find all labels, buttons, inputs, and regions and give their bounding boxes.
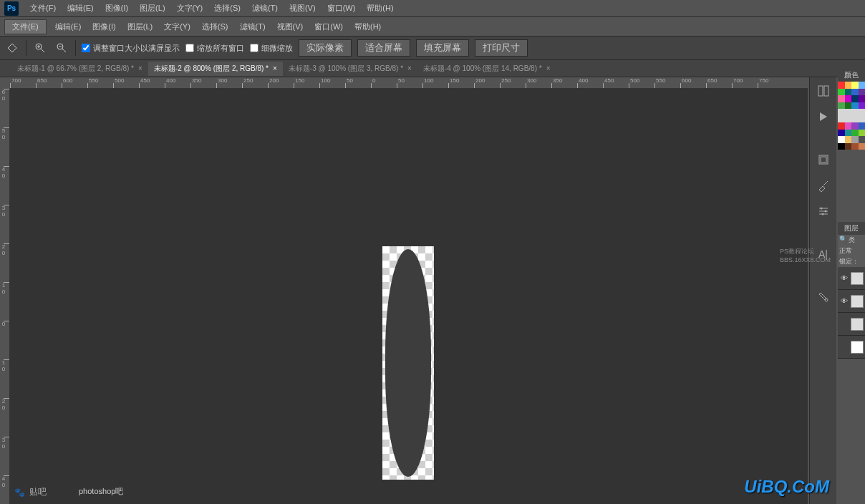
color-swatch[interactable] <box>851 122 859 130</box>
layers-blend-mode[interactable]: 正常 <box>838 246 865 256</box>
color-swatch[interactable] <box>838 89 845 96</box>
menu-file[interactable]: 文件(F) <box>24 3 62 14</box>
print-size-button[interactable]: 打印尺寸 <box>475 39 528 57</box>
menu-image[interactable]: 图像(I) <box>100 3 134 14</box>
menu-edit[interactable]: 编辑(E) <box>62 3 100 14</box>
color-swatch[interactable] <box>859 82 866 89</box>
history-panel-icon[interactable] <box>814 83 833 99</box>
close-icon[interactable]: × <box>273 64 277 72</box>
menu2-view[interactable]: 视图(V) <box>271 21 309 32</box>
menu-window[interactable]: 窗口(W) <box>322 3 362 14</box>
close-icon[interactable]: × <box>138 64 142 72</box>
menu2-select[interactable]: 选择(S) <box>196 21 234 32</box>
color-swatch[interactable] <box>851 82 859 89</box>
ruler-vertical[interactable]: 6 05 04 03 02 01 001 02 03 04 05 06 07 0… <box>0 89 10 504</box>
color-swatch[interactable] <box>838 95 845 102</box>
menu2-filter[interactable]: 滤镜(T) <box>234 21 271 32</box>
color-swatch[interactable] <box>838 122 845 130</box>
close-icon[interactable]: × <box>407 64 412 72</box>
close-icon[interactable]: × <box>546 64 551 72</box>
color-swatch[interactable] <box>838 143 845 150</box>
layer-thumbnail[interactable] <box>851 318 864 331</box>
menu-view[interactable]: 视图(V) <box>284 3 322 14</box>
color-swatch[interactable] <box>845 102 852 110</box>
layers-filter-row[interactable]: 🔍 类 <box>838 235 865 246</box>
color-swatch[interactable] <box>845 82 852 89</box>
layer-row[interactable] <box>838 336 865 359</box>
color-swatch[interactable] <box>838 136 845 143</box>
actual-pixels-button[interactable]: 实际像素 <box>299 39 352 57</box>
color-swatch[interactable] <box>845 130 852 137</box>
menu2-type[interactable]: 文字(Y) <box>158 21 196 32</box>
color-swatch[interactable] <box>859 136 866 143</box>
color-swatch[interactable] <box>859 95 866 102</box>
layer-thumbnail[interactable] <box>851 295 864 308</box>
menu-filter[interactable]: 滤镜(T) <box>246 3 284 14</box>
color-swatch[interactable] <box>838 130 845 137</box>
swatches-grid[interactable] <box>838 82 865 150</box>
color-swatch[interactable] <box>859 122 866 130</box>
color-swatch[interactable] <box>859 143 866 150</box>
color-swatch[interactable] <box>845 122 852 130</box>
brush-panel-icon[interactable] <box>814 178 833 193</box>
color-swatch[interactable] <box>851 143 859 150</box>
menu2-file[interactable]: 文件(E) <box>4 19 47 34</box>
color-swatch[interactable] <box>838 116 845 123</box>
canvas-area[interactable] <box>10 89 808 504</box>
adjustments-panel-icon[interactable] <box>814 203 833 219</box>
doc-tab-1[interactable]: 未标题-1 @ 66.7% (图层 2, RGB/8) *× <box>11 62 148 76</box>
color-swatch[interactable] <box>838 82 845 89</box>
visibility-icon[interactable]: 👁 <box>839 297 849 305</box>
color-swatch[interactable] <box>859 109 866 116</box>
search-icon[interactable]: 🔍 <box>839 236 847 245</box>
menu-type[interactable]: 文字(Y) <box>171 3 209 14</box>
fill-screen-button[interactable]: 填充屏幕 <box>416 39 469 57</box>
zoom-out-icon[interactable] <box>54 40 69 56</box>
menu-select[interactable]: 选择(S) <box>208 3 246 14</box>
layer-thumbnail[interactable] <box>851 272 864 285</box>
color-swatch[interactable] <box>851 102 859 110</box>
layer-row[interactable]: 👁 <box>838 290 865 313</box>
doc-tab-2[interactable]: 未标题-2 @ 800% (图层 2, RGB/8) *× <box>148 62 283 76</box>
color-swatch[interactable] <box>851 116 859 123</box>
layer-row[interactable] <box>838 313 865 336</box>
color-swatch[interactable] <box>838 109 845 116</box>
color-swatch[interactable] <box>845 89 852 96</box>
resize-windows-checkbox[interactable]: 调整窗口大小以满屏显示 <box>82 43 180 54</box>
color-swatch[interactable] <box>859 102 866 110</box>
color-swatch[interactable] <box>851 89 859 96</box>
properties-panel-icon[interactable] <box>814 152 833 168</box>
menu-layer[interactable]: 图层(L) <box>134 3 170 14</box>
color-swatch[interactable] <box>859 130 866 137</box>
color-swatch[interactable] <box>851 130 859 137</box>
color-swatch[interactable] <box>845 95 852 102</box>
color-swatch[interactable] <box>838 102 845 110</box>
zoom-tool-icon[interactable] <box>4 40 20 56</box>
doc-tab-3[interactable]: 未标题-3 @ 100% (图层 3, RGB/8) *× <box>283 62 417 76</box>
menu2-image[interactable]: 图像(I) <box>87 21 121 32</box>
ruler-horizontal[interactable]: 7006506005505004504003503002502001501005… <box>10 77 808 89</box>
color-swatch[interactable] <box>851 136 859 143</box>
layer-thumbnail[interactable] <box>851 341 864 354</box>
menu2-window[interactable]: 窗口(W) <box>309 21 349 32</box>
layer-row[interactable]: 👁 <box>838 267 865 290</box>
color-swatch[interactable] <box>845 109 852 116</box>
zoom-in-icon[interactable] <box>32 40 48 56</box>
color-swatch[interactable] <box>845 136 852 143</box>
scrubby-checkbox[interactable]: 细微缩放 <box>250 43 293 54</box>
menu2-edit[interactable]: 编辑(E) <box>49 21 87 32</box>
color-swatch[interactable] <box>851 109 859 116</box>
color-swatch[interactable] <box>845 143 852 150</box>
fit-screen-button[interactable]: 适合屏幕 <box>357 39 410 57</box>
color-swatch[interactable] <box>845 116 852 123</box>
menu2-layer[interactable]: 图层(L) <box>122 21 158 32</box>
doc-tab-4[interactable]: 未标题-4 @ 100% (图层 14, RGB/8) *× <box>417 62 556 76</box>
menu2-help[interactable]: 帮助(H) <box>349 21 387 32</box>
color-swatch[interactable] <box>859 89 866 96</box>
zoom-all-checkbox[interactable]: 缩放所有窗口 <box>185 43 244 54</box>
tool-presets-icon[interactable] <box>814 289 833 305</box>
color-swatch[interactable] <box>851 95 859 102</box>
actions-panel-icon[interactable] <box>814 109 833 125</box>
color-swatch[interactable] <box>859 116 866 123</box>
menu-help[interactable]: 帮助(H) <box>361 3 399 14</box>
